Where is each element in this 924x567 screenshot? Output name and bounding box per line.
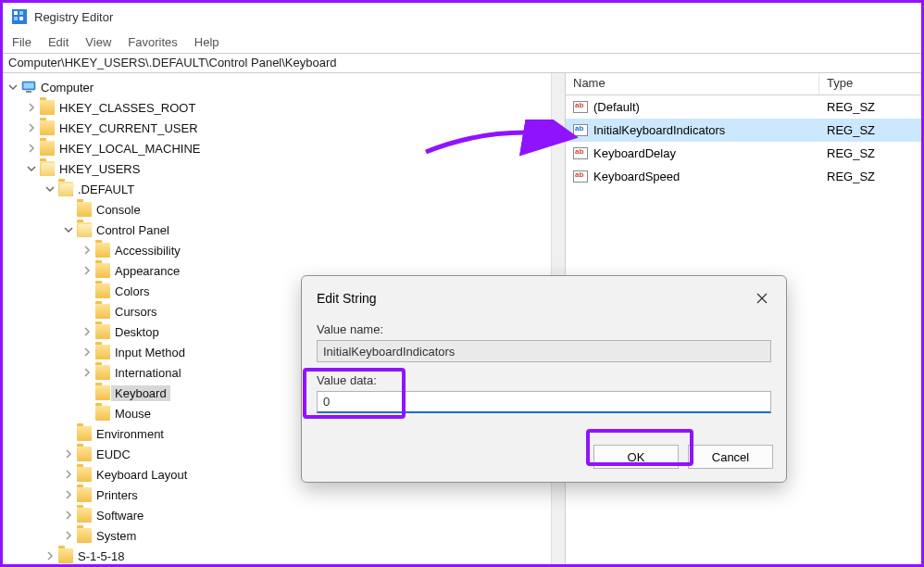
chevron-down-icon[interactable]	[62, 223, 75, 236]
folder-icon	[77, 467, 92, 482]
chevron-right-icon[interactable]	[81, 366, 94, 379]
menu-file[interactable]: File	[12, 35, 31, 49]
menu-help[interactable]: Help	[194, 35, 219, 49]
value-name-input[interactable]	[317, 340, 771, 362]
chevron-down-icon[interactable]	[44, 183, 56, 195]
chevron-right-icon[interactable]	[81, 325, 94, 338]
folder-icon	[77, 487, 92, 502]
app-icon	[12, 9, 27, 24]
folder-icon	[95, 284, 110, 298]
chevron-right-icon[interactable]	[62, 447, 75, 460]
address-bar[interactable]: Computer\HKEY_USERS\.DEFAULT\Control Pan…	[3, 53, 921, 73]
folder-icon	[95, 263, 110, 278]
list-header: Name Type	[566, 73, 921, 95]
edit-string-dialog: Edit String Value name: Value data: OK C…	[301, 275, 787, 483]
svg-rect-6	[24, 83, 34, 89]
dialog-title: Edit String	[317, 291, 377, 306]
tree-label: HKEY_LOCAL_MACHINE	[59, 142, 200, 156]
chevron-right-icon[interactable]	[81, 244, 94, 257]
chevron-right-icon[interactable]	[62, 468, 75, 481]
tree-label: Appearance	[115, 264, 180, 278]
tree-label: Colors	[115, 284, 150, 298]
tree-hklm[interactable]: HKEY_LOCAL_MACHINE	[3, 138, 565, 158]
chevron-right-icon[interactable]	[62, 529, 75, 542]
computer-icon	[21, 80, 36, 94]
chevron-down-icon[interactable]	[6, 81, 19, 94]
col-header-name[interactable]: Name	[566, 73, 819, 94]
chevron-down-icon[interactable]	[25, 162, 38, 175]
dialog-buttons: OK Cancel	[593, 445, 773, 469]
row-type: REG_SZ	[819, 168, 921, 185]
chevron-right-icon[interactable]	[25, 142, 38, 155]
svg-rect-7	[26, 91, 31, 93]
list-row[interactable]: KeyboardSpeed REG_SZ	[566, 165, 921, 188]
folder-icon	[40, 120, 55, 135]
tree-software[interactable]: Software	[3, 505, 565, 525]
list-row[interactable]: (Default) REG_SZ	[566, 95, 921, 119]
folder-icon	[95, 243, 110, 258]
string-value-icon	[573, 147, 588, 159]
tree-label: Mouse	[115, 407, 151, 421]
menu-favorites[interactable]: Favorites	[128, 35, 177, 49]
folder-icon	[40, 141, 55, 156]
folder-icon	[77, 528, 92, 543]
tree-printers[interactable]: Printers	[3, 485, 565, 505]
tree-s1518[interactable]: S-1-5-18	[3, 546, 565, 564]
tree-accessibility[interactable]: Accessibility	[3, 240, 565, 260]
tree-label: HKEY_USERS	[59, 162, 140, 176]
folder-open-icon	[77, 222, 92, 237]
tree-label: Environment	[96, 427, 164, 441]
tree-system[interactable]: System	[3, 525, 565, 546]
row-type: REG_SZ	[819, 98, 921, 116]
tree-label: Keyboard	[115, 386, 167, 400]
dialog-body: Value name: Value data:	[302, 317, 786, 413]
tree-label: HKEY_CURRENT_USER	[59, 121, 198, 135]
close-button[interactable]	[749, 285, 775, 311]
folder-icon	[77, 447, 92, 461]
folder-icon	[95, 324, 110, 339]
chevron-right-icon[interactable]	[81, 264, 94, 277]
tree-root-computer[interactable]: Computer	[3, 77, 565, 97]
folder-icon	[58, 548, 73, 563]
ok-button[interactable]: OK	[593, 445, 679, 469]
menu-view[interactable]: View	[85, 35, 111, 49]
tree-label: Computer	[41, 81, 94, 94]
chevron-right-icon[interactable]	[62, 488, 75, 501]
svg-rect-1	[14, 11, 18, 15]
tree-control-panel[interactable]: Control Panel	[3, 220, 565, 240]
folder-icon	[77, 202, 92, 217]
chevron-right-icon[interactable]	[25, 101, 38, 114]
list-row[interactable]: KeyboardDelay REG_SZ	[566, 142, 921, 165]
tree-label: Software	[96, 509, 144, 523]
list-row[interactable]: InitialKeyboardIndicators REG_SZ	[566, 119, 921, 142]
tree-hkcr[interactable]: HKEY_CLASSES_ROOT	[3, 97, 565, 118]
tree-label: Cursors	[115, 305, 157, 319]
tree-console[interactable]: Console	[3, 199, 565, 220]
folder-icon	[77, 426, 92, 441]
row-name: InitialKeyboardIndicators	[593, 123, 725, 137]
chevron-right-icon[interactable]	[81, 346, 94, 359]
tree-hku[interactable]: HKEY_USERS	[3, 158, 565, 179]
title-bar: Registry Editor	[3, 3, 921, 31]
string-value-icon	[573, 170, 588, 183]
tree-default[interactable]: .DEFAULT	[3, 179, 565, 199]
string-value-icon	[573, 101, 588, 113]
tree-hkcu[interactable]: HKEY_CURRENT_USER	[3, 118, 565, 138]
chevron-right-icon[interactable]	[25, 121, 38, 134]
folder-open-icon	[40, 161, 55, 176]
menu-edit[interactable]: Edit	[48, 35, 69, 49]
value-data-label: Value data:	[317, 373, 771, 387]
cancel-button[interactable]: Cancel	[688, 445, 773, 469]
tree-label: Printers	[96, 488, 138, 502]
chevron-right-icon[interactable]	[62, 509, 75, 522]
tree-label: .DEFAULT	[78, 183, 134, 196]
chevron-right-icon[interactable]	[44, 549, 56, 562]
value-data-input[interactable]	[317, 391, 771, 413]
row-name: KeyboardDelay	[593, 146, 676, 160]
col-header-type[interactable]: Type	[819, 73, 921, 94]
string-value-icon	[573, 124, 588, 136]
svg-rect-4	[19, 17, 23, 20]
row-name: KeyboardSpeed	[593, 170, 680, 183]
value-name-label: Value name:	[317, 322, 771, 336]
folder-open-icon	[58, 182, 73, 196]
